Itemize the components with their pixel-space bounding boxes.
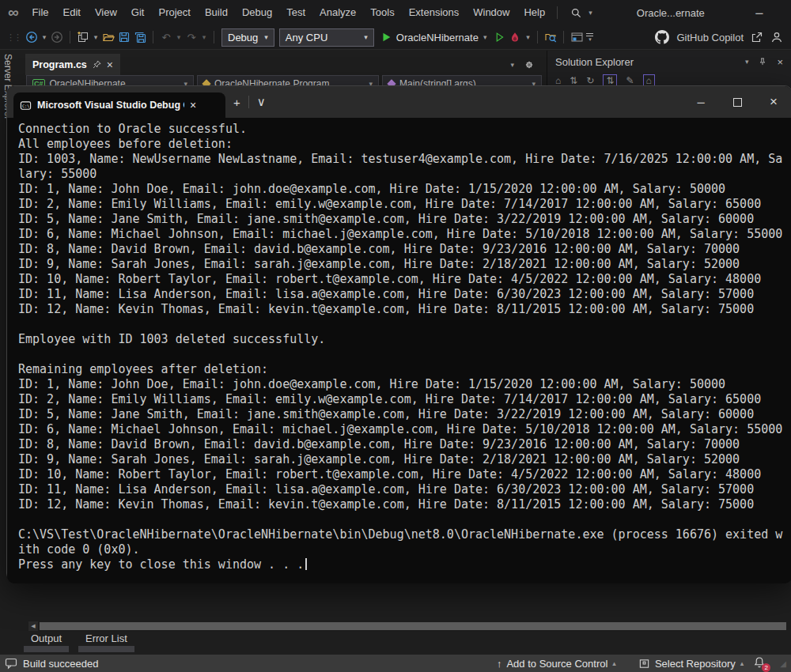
terminal-line: ID: 1, Name: John Doe, Email: john.doe@e… (18, 377, 791, 392)
terminal-minimize-button[interactable]: ─ (683, 86, 719, 118)
hot-reload-button[interactable] (507, 28, 523, 47)
horizontal-scrollbar[interactable]: ◀ (28, 621, 786, 631)
close-tab-icon[interactable]: × (107, 59, 113, 71)
status-bar: Build succeeded ↑ Add to Source Control … (0, 655, 791, 672)
terminal-line: ID: 2, Name: Emily Williams, Email: emil… (18, 197, 791, 212)
search-icon (570, 7, 582, 19)
configuration-value: Debug (228, 32, 258, 43)
panel-close-icon[interactable]: × (777, 56, 783, 68)
configuration-dropdown[interactable]: Debug ▾ (221, 28, 274, 47)
terminal-line: ID: 5, Name: Jane Smith, Email: jane.smi… (18, 212, 791, 227)
search-button[interactable]: ▾ (562, 7, 600, 19)
toolbar-options-button[interactable]: ▾ (586, 33, 593, 41)
scrollbar-thumb[interactable] (40, 622, 786, 630)
terminal-close-button[interactable]: × (755, 86, 791, 118)
console-icon: C:\ (20, 100, 32, 111)
start-debugging-button[interactable]: OracleNHibernate ▾ (377, 32, 492, 43)
undo-button[interactable]: ↶ (158, 28, 174, 47)
notifications-button[interactable]: 2 (753, 656, 767, 670)
terminal-output[interactable]: Connection to Oracle successful.All empl… (7, 118, 791, 583)
pin-icon[interactable] (93, 60, 101, 69)
startup-project-label: OracleNHibernate (396, 32, 479, 43)
separator (70, 31, 70, 43)
chevron-down-icon: ▾ (264, 33, 268, 41)
terminal-line: ID: 10, Name: Robert Taylor, Email: robe… (18, 272, 791, 287)
document-tab-row: Program.cs × ▾ (15, 54, 546, 75)
github-copilot-label[interactable]: GitHub Copilot (676, 32, 744, 43)
maximize-button[interactable] (778, 0, 791, 25)
separator (563, 31, 564, 43)
status-message: Build succeeded (23, 658, 98, 670)
scroll-left-icon[interactable]: ◀ (28, 621, 38, 631)
terminal-line: ID: 6, Name: Michael Johnson, Email: mic… (18, 422, 791, 437)
menu-item[interactable]: View (88, 0, 124, 25)
save-all-button[interactable] (132, 28, 148, 47)
feedback-icon[interactable] (770, 31, 783, 43)
menu-item[interactable]: Window (466, 0, 517, 25)
terminal-titlebar[interactable]: C:\ Microsoft Visual Studio Debug Consol… (7, 86, 791, 118)
terminal-line: Employee with ID 1003 deleted successful… (18, 332, 791, 347)
redo-button[interactable]: ↷ (184, 28, 199, 47)
switch-views-icon[interactable]: ⇅ (570, 75, 577, 86)
resize-grip[interactable]: ◢ (780, 659, 786, 668)
menu-item[interactable]: Tools (363, 0, 401, 25)
panel-tab[interactable]: Output (24, 632, 69, 652)
new-project-chevron-icon[interactable]: ▾ (91, 28, 100, 47)
terminal-tab[interactable]: C:\ Microsoft Visual Studio Debug Consol… (13, 92, 225, 118)
menu-item[interactable]: File (25, 0, 56, 25)
chevron-down-icon[interactable]: ▾ (589, 9, 592, 17)
undo-chevron-icon[interactable]: ▾ (174, 28, 184, 47)
home-icon[interactable]: ⌂ (555, 75, 561, 86)
open-folder-icon[interactable] (100, 28, 116, 47)
feedback-bubble-icon[interactable] (5, 657, 17, 670)
terminal-line: Remaining employees after deletion: (18, 362, 791, 377)
toolbar-grip[interactable]: ⋮⋮ (6, 32, 21, 43)
chevron-down-icon: ▾ (483, 33, 487, 41)
github-copilot-icon[interactable] (655, 30, 669, 44)
separator (214, 31, 214, 43)
menu-item[interactable]: Analyze (312, 0, 363, 25)
menu-item[interactable]: Edit (56, 0, 88, 25)
add-to-source-control-button[interactable]: Add to Source Control (506, 658, 607, 670)
navigate-forward-button[interactable] (49, 28, 65, 47)
menu-item[interactable]: Test (279, 0, 312, 25)
minimize-button[interactable]: ─ (741, 0, 778, 25)
menu-item[interactable]: Git (124, 0, 152, 25)
new-project-button[interactable] (75, 28, 91, 47)
menu-item[interactable]: Debug (235, 0, 279, 25)
find-in-files-button[interactable] (543, 28, 558, 47)
window-title: Oracle...ernate (611, 7, 730, 19)
platform-dropdown[interactable]: Any CPU ▾ (279, 28, 374, 47)
tab-label: Program.cs (32, 59, 87, 70)
start-without-debugging-button[interactable] (491, 28, 507, 47)
save-button[interactable] (116, 28, 132, 47)
terminal-line: Press any key to close this window . . . (18, 557, 791, 572)
panel-tab[interactable]: Error List (78, 632, 134, 652)
select-repository-button[interactable]: Select Repository (655, 658, 736, 670)
menu-item[interactable]: Project (151, 0, 197, 25)
panel-pin-icon[interactable] (759, 57, 766, 66)
solution-windows-button[interactable] (569, 28, 585, 47)
pencil-icon[interactable]: ✎ (626, 75, 634, 86)
refresh-icon[interactable]: ↻ (586, 75, 594, 86)
hot-reload-chevron-icon[interactable]: ▾ (523, 28, 532, 47)
tab-program-cs[interactable]: Program.cs × (25, 54, 120, 75)
close-tab-icon[interactable]: × (190, 99, 196, 111)
menu-item[interactable]: Extensions (402, 0, 467, 25)
panel-chevron-icon[interactable]: ▾ (745, 58, 749, 66)
terminal-line (18, 347, 791, 362)
new-tab-button[interactable]: + (225, 96, 248, 109)
menu-item[interactable]: Help (517, 0, 552, 25)
menu-item[interactable]: Build (198, 0, 235, 25)
tab-dropdown-button[interactable]: ∨ (249, 95, 274, 109)
redo-chevron-icon[interactable]: ▾ (199, 28, 209, 47)
tab-list-chevron-icon[interactable]: ▾ (510, 61, 514, 69)
editor-options-gear-icon[interactable] (524, 59, 535, 70)
chevron-up-icon: ▴ (612, 659, 616, 667)
repository-icon (638, 658, 650, 670)
platform-value: Any CPU (286, 32, 327, 43)
navigate-back-button[interactable] (24, 28, 40, 47)
share-icon[interactable] (751, 31, 763, 43)
back-chevron-icon[interactable]: ▾ (40, 28, 49, 47)
terminal-maximize-button[interactable] (719, 86, 755, 118)
